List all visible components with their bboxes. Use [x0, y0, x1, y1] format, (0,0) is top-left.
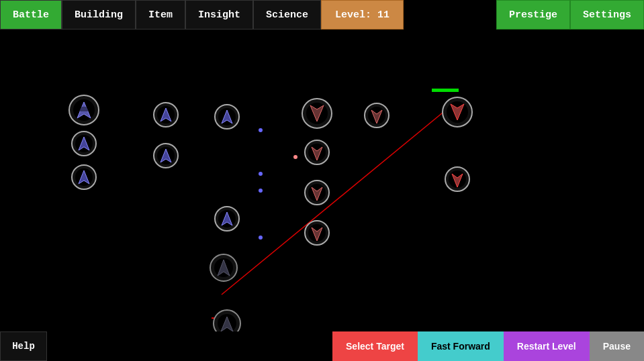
svg-marker-39 — [371, 110, 382, 123]
tab-insight[interactable]: Insight — [185, 0, 253, 30]
svg-marker-6 — [79, 107, 89, 111]
svg-line-0 — [222, 107, 450, 295]
svg-point-50 — [447, 101, 468, 123]
svg-point-35 — [306, 103, 328, 124]
svg-point-25 — [210, 254, 237, 281]
svg-point-14 — [157, 106, 175, 123]
svg-marker-15 — [160, 108, 171, 121]
svg-point-43 — [305, 180, 329, 205]
help-button[interactable]: Help — [0, 331, 47, 361]
battle-area — [0, 30, 644, 331]
svg-point-49 — [443, 97, 472, 127]
svg-marker-5 — [77, 102, 91, 118]
svg-point-8 — [75, 135, 93, 152]
svg-point-17 — [157, 147, 175, 164]
svg-point-47 — [308, 224, 326, 242]
svg-point-22 — [215, 207, 239, 231]
svg-point-56 — [259, 172, 263, 176]
tab-battle[interactable]: Battle — [0, 0, 62, 30]
svg-marker-45 — [312, 187, 322, 201]
svg-point-37 — [365, 103, 389, 127]
svg-point-46 — [305, 221, 329, 245]
svg-point-16 — [154, 144, 178, 168]
top-navigation: Battle Building Item Insight Science Lev… — [0, 0, 644, 30]
svg-point-23 — [218, 210, 236, 227]
svg-rect-2 — [432, 89, 459, 92]
svg-point-41 — [308, 144, 326, 161]
svg-marker-30 — [221, 317, 233, 331]
tab-building[interactable]: Building — [62, 0, 136, 30]
restart-level-button[interactable]: Restart Level — [504, 331, 590, 361]
svg-marker-21 — [222, 110, 232, 123]
svg-point-44 — [308, 184, 326, 201]
svg-point-4 — [73, 99, 95, 121]
svg-point-58 — [259, 236, 263, 240]
svg-marker-42 — [312, 147, 322, 160]
prestige-button[interactable]: Prestige — [496, 0, 570, 30]
select-target-button[interactable]: Select Target — [332, 331, 418, 361]
svg-marker-54 — [452, 174, 463, 187]
fast-forward-button[interactable]: Fast Forward — [418, 331, 504, 361]
tab-item[interactable]: Item — [136, 0, 185, 30]
bottom-bar: Help Select Target Fast Forward Restart … — [0, 331, 644, 361]
svg-point-11 — [75, 168, 93, 186]
svg-marker-9 — [79, 137, 89, 150]
battle-svg — [0, 30, 644, 331]
svg-point-38 — [368, 107, 385, 124]
svg-point-59 — [293, 155, 297, 159]
svg-point-19 — [215, 105, 239, 129]
svg-point-28 — [214, 310, 240, 331]
svg-point-7 — [72, 132, 96, 156]
svg-point-55 — [259, 128, 263, 132]
svg-point-40 — [305, 140, 329, 164]
svg-point-10 — [72, 165, 96, 189]
svg-point-26 — [214, 258, 233, 277]
svg-point-53 — [449, 170, 466, 188]
svg-point-3 — [69, 95, 99, 125]
pause-button[interactable]: Pause — [590, 331, 644, 361]
svg-marker-18 — [160, 149, 171, 162]
svg-point-29 — [218, 314, 236, 331]
svg-marker-36 — [310, 105, 324, 121]
tab-science[interactable]: Science — [253, 0, 321, 30]
svg-marker-51 — [451, 104, 464, 120]
svg-marker-24 — [222, 212, 232, 225]
svg-point-20 — [218, 108, 236, 125]
svg-marker-12 — [79, 170, 89, 184]
svg-point-34 — [302, 99, 332, 128]
svg-marker-48 — [312, 227, 322, 241]
settings-button[interactable]: Settings — [570, 0, 644, 30]
svg-marker-27 — [218, 260, 230, 276]
level-display: Level: 11 — [321, 0, 404, 30]
svg-point-13 — [154, 103, 178, 127]
svg-point-52 — [445, 167, 469, 191]
svg-point-57 — [259, 189, 263, 193]
